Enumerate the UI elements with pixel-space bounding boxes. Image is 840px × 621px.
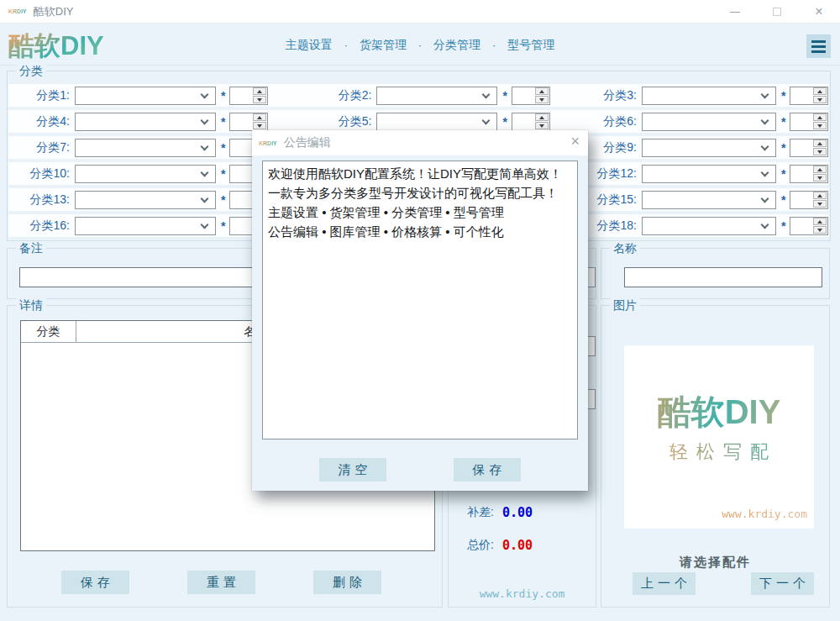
category-cell: 分类10:* — [8, 165, 268, 183]
spinner-down-button[interactable] — [813, 200, 827, 208]
down-arrow-icon — [539, 98, 544, 102]
category-select[interactable] — [75, 87, 216, 105]
chevron-down-icon — [482, 90, 491, 98]
spinner-up-button[interactable] — [253, 87, 266, 95]
total-row: 总价: 0.00 — [467, 538, 533, 553]
category-select[interactable] — [376, 87, 497, 105]
maximize-button[interactable] — [756, 0, 798, 24]
chevron-down-icon — [760, 116, 769, 124]
category-cell: 分类13:* — [8, 191, 268, 209]
category-select[interactable] — [642, 87, 776, 105]
category-select[interactable] — [642, 217, 776, 235]
category-count-spinner[interactable] — [790, 139, 828, 157]
category-count-spinner[interactable] — [790, 165, 828, 183]
menu-button[interactable] — [806, 34, 831, 58]
nav-item-shelf[interactable]: 货架管理 — [360, 38, 407, 51]
save-button[interactable]: 保存 — [61, 571, 129, 594]
spinner-up-button[interactable] — [813, 113, 827, 121]
category-select[interactable] — [75, 217, 216, 235]
total-label: 总价: — [467, 538, 494, 553]
name-input[interactable] — [624, 267, 822, 287]
category-count-spinner[interactable] — [512, 87, 550, 105]
up-arrow-icon — [539, 90, 544, 93]
next-button[interactable]: 下一个 — [751, 572, 814, 595]
category-row: 分类1:*分类2:*分类3:* — [8, 84, 829, 107]
nav-item-theme[interactable]: 主题设置 — [286, 38, 333, 51]
category-count-spinner[interactable] — [229, 87, 268, 105]
spinner-down-button[interactable] — [813, 174, 827, 182]
spinner-down-button[interactable] — [813, 122, 827, 129]
spinner-buttons — [253, 113, 266, 129]
category-count-spinner[interactable] — [790, 87, 828, 105]
spinner-down-button[interactable] — [253, 122, 266, 129]
up-arrow-icon — [817, 194, 822, 197]
category-select[interactable] — [376, 113, 497, 131]
spinner-up-button[interactable] — [535, 87, 549, 95]
main-nav: 主题设置 · 货架管理 · 分类管理 · 型号管理 — [0, 38, 840, 53]
placeholder-slogan-text: 轻松写配 — [624, 439, 814, 465]
category-legend: 分类 — [16, 64, 46, 79]
spinner-up-button[interactable] — [813, 218, 827, 225]
category-cell: 分类12:* — [550, 165, 828, 183]
category-count-spinner[interactable] — [790, 113, 828, 131]
category-count-spinner[interactable] — [512, 113, 550, 131]
spinner-down-button[interactable] — [535, 96, 549, 103]
category-label: 分类4: — [8, 114, 70, 129]
spinner-down-button[interactable] — [535, 122, 549, 129]
category-select[interactable] — [75, 191, 216, 209]
down-arrow-icon — [257, 98, 262, 102]
announcement-textarea[interactable]: 欢迎使用酷软DIY配置系统！让DIY写配更简单高效！ 一款专为多分类多型号开发设… — [262, 161, 578, 439]
category-count-spinner[interactable] — [790, 191, 828, 209]
spinner-buttons — [813, 87, 827, 103]
spinner-up-button[interactable] — [813, 139, 827, 147]
spinner-up-button[interactable] — [813, 87, 827, 95]
window-title: 酷软DIY — [34, 4, 74, 19]
chevron-down-icon — [760, 194, 769, 203]
dialog-save-button[interactable]: 保存 — [454, 458, 521, 482]
category-label: 分类1: — [8, 88, 70, 103]
image-legend: 图片 — [610, 298, 640, 313]
spinner-up-button[interactable] — [535, 113, 549, 121]
spinner-down-button[interactable] — [813, 226, 827, 234]
category-cell: 分类5:* — [268, 113, 549, 131]
announcement-edit-dialog: KRDIY 公告编辑 × 欢迎使用酷软DIY配置系统！让DIY写配更简单高效！ … — [252, 130, 588, 491]
up-arrow-icon — [539, 116, 544, 119]
spinner-buttons — [813, 113, 827, 129]
category-select[interactable] — [642, 165, 776, 183]
minimize-icon — [730, 12, 740, 13]
nav-item-model[interactable]: 型号管理 — [507, 38, 554, 51]
category-select[interactable] — [75, 165, 216, 183]
category-label: 分类16: — [8, 218, 70, 234]
category-select[interactable] — [75, 139, 216, 157]
spinner-up-button[interactable] — [813, 192, 827, 199]
category-label: 分类5: — [297, 114, 371, 129]
category-select[interactable] — [642, 139, 776, 157]
category-label: 分类2: — [297, 88, 371, 103]
spinner-up-button[interactable] — [253, 113, 266, 121]
category-count-spinner[interactable] — [790, 217, 828, 235]
category-select[interactable] — [642, 191, 776, 209]
reset-button[interactable]: 重置 — [187, 571, 255, 594]
spinner-buttons — [813, 192, 827, 208]
dialog-title: 公告编辑 — [284, 135, 331, 150]
minimize-button[interactable] — [714, 0, 756, 24]
down-arrow-icon — [817, 98, 822, 102]
nav-item-category[interactable]: 分类管理 — [433, 38, 480, 51]
category-select[interactable] — [642, 113, 776, 131]
spinner-down-button[interactable] — [813, 148, 827, 155]
previous-button[interactable]: 上一个 — [633, 572, 696, 595]
column-header-category[interactable]: 分类 — [21, 321, 76, 342]
category-count-spinner[interactable] — [229, 113, 268, 131]
spinner-down-button[interactable] — [813, 96, 827, 103]
spinner-down-button[interactable] — [253, 96, 266, 103]
category-select[interactable] — [75, 113, 216, 131]
close-button[interactable]: × — [798, 0, 840, 24]
spinner-up-button[interactable] — [813, 166, 827, 173]
chevron-down-icon — [201, 142, 209, 150]
delete-button[interactable]: 删除 — [313, 571, 381, 594]
required-asterisk: * — [221, 193, 225, 207]
clear-button[interactable]: 清空 — [319, 458, 386, 482]
up-arrow-icon — [817, 90, 822, 93]
dialog-close-button[interactable]: × — [570, 133, 580, 150]
chevron-down-icon — [201, 168, 209, 176]
